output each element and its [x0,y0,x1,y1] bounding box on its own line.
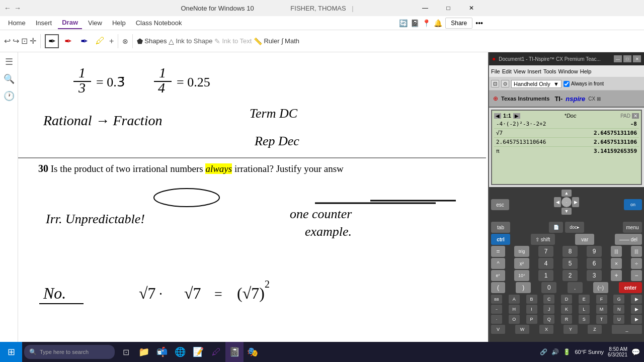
pen-yellow[interactable]: 🖊 [93,34,107,48]
key-5[interactable]: 5 [562,258,578,269]
key-down[interactable]: ▼ [561,208,572,215]
key-equals[interactable]: = [491,246,505,257]
key-Y[interactable]: Y [564,325,578,334]
key-S[interactable]: S [579,315,590,324]
ti-screen-close-btn[interactable]: ✕ [632,113,639,119]
minimize-button[interactable]: — [414,0,437,16]
key-M[interactable]: M [596,305,607,314]
key-ctrl[interactable]: ctrl [491,234,510,245]
ti-toolbar-btn2[interactable]: ⊙ [501,80,509,87]
sidebar-history-icon[interactable]: 🕐 [4,90,15,102]
key-F[interactable]: F [596,295,607,304]
taskbar-pen[interactable]: 🖊 [207,342,225,362]
sidebar-pages-icon[interactable]: ☰ [5,56,13,67]
ti-menu-help[interactable]: Help [580,68,592,74]
math-button[interactable]: ∫ Math [282,37,299,45]
start-button[interactable]: ⊞ [0,342,22,362]
key-up[interactable]: ▲ [561,190,572,197]
key-A[interactable]: A [509,295,520,304]
key-6[interactable]: 6 [587,258,602,269]
key-ex[interactable]: eˣ [491,270,505,281]
more-icon[interactable]: ••• [475,19,483,27]
key-arrow-right-2[interactable]: ▶ [631,305,642,314]
key-rparen[interactable]: ) [516,282,531,293]
key-4[interactable]: 4 [538,258,553,269]
key-0[interactable]: 0 [541,282,556,293]
key-dot[interactable]: . [568,282,583,293]
key-10x[interactable]: 10ˣ [514,270,529,281]
taskbar-mail[interactable]: 📬 [153,342,171,362]
ink-to-text-button[interactable]: ✎ Ink to Text [214,37,252,45]
lasso-button[interactable]: ⊡ [21,36,28,46]
key-menu[interactable]: menu [623,222,642,233]
ti-toolbar-btn1[interactable]: ⊡ [491,80,499,87]
key-E[interactable]: E [579,295,590,304]
taskbar-red-app[interactable]: 🎭 [244,342,262,362]
key-divide[interactable]: ÷ [631,258,642,269]
key-tilde[interactable]: ~ [491,305,502,314]
key-negate[interactable]: (−) [593,282,608,293]
ink-to-shape-button[interactable]: △ Ink to Shape [169,37,212,45]
close-button[interactable]: ✕ [460,0,483,16]
sidebar-search-icon[interactable]: 🔍 [4,73,15,84]
ti-handheld-dropdown[interactable]: Handheld Only ▼ [511,80,561,88]
ti-screen-prev[interactable]: ◀ [494,113,501,119]
key-underscore[interactable]: _ [612,325,642,334]
key-J[interactable]: J [543,305,554,314]
ti-menu-tools[interactable]: Tools [543,68,556,74]
key-left[interactable]: ◀ [554,197,561,207]
key-9[interactable]: 9 [587,246,602,257]
key-W[interactable]: W [515,325,529,334]
key-esc[interactable]: esc [491,199,509,210]
key-O[interactable]: O [509,315,520,324]
key-abs[interactable]: ||| [611,246,622,257]
key-Q[interactable]: Q [543,315,554,324]
key-7[interactable]: 7 [538,246,553,257]
key-multiply[interactable]: × [611,258,622,269]
key-shift[interactable]: ⇧ shift [531,234,555,245]
ti-menu-file[interactable]: File [491,68,500,74]
key-right[interactable]: ▶ [572,197,579,207]
key-L[interactable]: L [579,305,590,314]
key-power[interactable]: ^ [491,258,505,269]
ti-minimize-button[interactable]: — [614,55,622,62]
key-xsq[interactable]: x² [514,258,529,269]
key-N[interactable]: N [613,305,624,314]
menu-insert[interactable]: Insert [32,17,56,29]
key-del[interactable]: —— del [615,234,642,245]
tray-notification-icon[interactable]: 💬 [631,348,640,356]
ti-menu-insert[interactable]: Insert [527,68,541,74]
share-button[interactable]: Share [445,18,472,29]
key-D[interactable]: D [561,295,572,304]
ti-menu-window[interactable]: Window [558,68,578,74]
key-X[interactable]: X [539,325,553,334]
key-dot2[interactable]: · [491,315,502,324]
menu-home[interactable]: Home [4,17,30,29]
menu-class-notebook[interactable]: Class Notebook [132,17,186,29]
menu-draw[interactable]: Draw [58,17,82,29]
key-lparen[interactable]: ( [491,282,505,293]
task-view-button[interactable]: ⊡ [117,342,135,362]
key-1[interactable]: 1 [538,270,553,281]
eraser-button[interactable]: ✛ [30,36,36,46]
key-G[interactable]: G [613,295,624,304]
key-I[interactable]: I [526,305,537,314]
ti-always-infront-checkbox[interactable]: Always in front [564,81,604,87]
key-R[interactable]: R [561,315,572,324]
pen-red[interactable]: ✒ [61,34,75,48]
search-bar[interactable]: 🔍 Type here to search [24,345,115,359]
taskbar-file-explorer[interactable]: 📁 [135,342,153,362]
taskbar-onenote[interactable]: 📓 [225,342,244,362]
key-U[interactable]: U [613,315,624,324]
key-P[interactable]: P [526,315,537,324]
key-minus[interactable]: − [631,270,642,281]
taskbar-word[interactable]: 📝 [189,342,207,362]
key-H[interactable]: H [509,305,520,314]
key-arrow-right-1[interactable]: ▶ [631,295,642,304]
nav-back-button[interactable]: ← [4,4,11,12]
key-trig[interactable]: trig [514,246,529,257]
menu-view[interactable]: View [84,17,106,29]
key-tab[interactable]: tab [491,222,510,233]
redo-button[interactable]: ↪ [13,36,19,46]
ti-close-button[interactable]: ✕ [633,55,641,62]
